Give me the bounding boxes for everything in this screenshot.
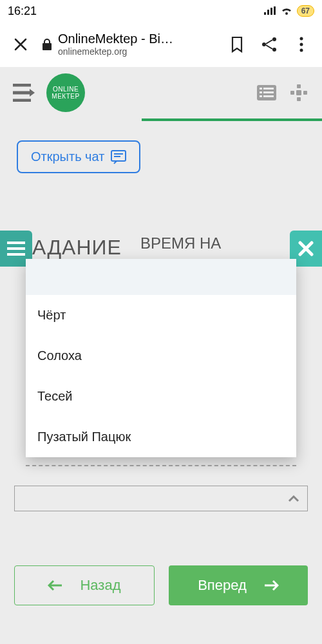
logo-line1: ONLINE [53,86,79,93]
back-label: Назад [80,577,120,594]
nav-buttons: Назад Вперед [14,565,308,605]
forward-label: Вперед [198,577,247,594]
globe-icon[interactable] [289,82,309,103]
lock-icon [41,38,53,51]
wifi-icon [280,6,293,15]
status-bar: 16:21 67 [0,0,322,22]
svg-rect-8 [263,88,274,90]
arrow-left-icon [48,580,62,591]
dropdown-popup: Чёрт Солоха Тесей Пузатый Пацюк [26,259,296,457]
task-heading: АДАНИЕ [32,236,122,260]
clock: 16:21 [8,5,37,18]
page-title: OnlineMektep - Bi… [58,32,173,46]
open-chat-button[interactable]: Открыть чат [17,140,140,173]
list-icon[interactable] [256,82,277,103]
forward-button[interactable]: Вперед [169,565,308,605]
app-logo[interactable]: ONLINE МЕКТЕР [46,73,85,112]
status-icons: 67 [263,5,314,17]
open-chat-label: Открыть чат [31,149,104,164]
dropdown-option[interactable]: Пузатый Пацюк [26,417,296,457]
dropdown-option[interactable]: Солоха [26,336,296,376]
svg-rect-14 [297,97,301,101]
app-header: ONLINE МЕКТЕР [0,67,322,118]
share-icon[interactable] [258,33,281,56]
svg-point-5 [300,49,303,52]
svg-rect-9 [260,91,262,93]
svg-rect-17 [296,90,301,95]
chevron-up-icon [288,495,299,502]
address-bar[interactable]: OnlineMektep - Bi… onlinemektep.org [41,32,216,57]
page-host: onlinemektep.org [58,46,173,57]
svg-point-3 [300,37,303,41]
dropdown-option[interactable]: Чёрт [26,295,296,336]
svg-point-1 [262,43,266,46]
svg-rect-7 [260,88,262,90]
arrow-right-icon [265,580,279,591]
svg-rect-10 [263,91,274,93]
dropdown-option[interactable]: Тесей [26,376,296,417]
close-icon[interactable] [9,33,32,56]
browser-bar: OnlineMektep - Bi… onlinemektep.org [0,22,322,67]
bookmark-icon[interactable] [225,33,249,56]
battery-indicator: 67 [297,5,314,17]
svg-rect-16 [303,91,307,95]
more-icon[interactable] [290,33,313,56]
page-content: ONLINE МЕКТЕР Открыть чат АДАНИЕ ВРЕМЯ Н… [0,67,322,644]
select-field[interactable] [14,486,308,511]
signal-icon [263,6,276,15]
chat-icon [111,150,126,164]
header-underline [142,118,322,121]
svg-rect-11 [260,95,262,97]
svg-point-4 [300,43,303,46]
svg-rect-13 [297,84,301,88]
svg-point-0 [272,37,276,41]
logo-line2: МЕКТЕР [52,93,79,100]
nav-toggle-icon[interactable] [13,84,35,102]
dropdown-header [26,259,296,295]
back-button[interactable]: Назад [14,565,155,605]
timer-label: ВРЕМЯ НА [140,234,221,252]
svg-rect-15 [290,91,294,95]
svg-rect-12 [263,95,274,97]
divider [26,465,296,466]
svg-point-2 [272,48,276,52]
